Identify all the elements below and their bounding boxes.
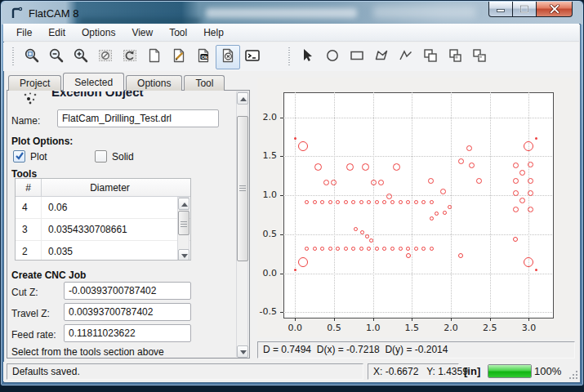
menu-help[interactable]: Help	[195, 25, 232, 40]
cnc-field-input[interactable]	[64, 324, 191, 342]
x-tick	[334, 318, 335, 321]
menu-file[interactable]: File	[8, 25, 40, 40]
gridline	[528, 92, 529, 317]
table-row[interactable]: 30.0354330708661	[16, 219, 190, 241]
zoom-fit-icon	[24, 47, 40, 66]
gridline	[283, 274, 552, 274]
x-tick	[373, 318, 374, 321]
drill-hole	[294, 137, 296, 140]
menu-bar: FileEditOptionsViewToolHelp	[3, 24, 579, 42]
gridline	[283, 118, 552, 118]
menu-view[interactable]: View	[123, 25, 161, 40]
select-tool-button[interactable]	[296, 45, 320, 69]
minimize-button[interactable]	[488, 2, 513, 17]
polygon-tool-button[interactable]	[369, 45, 394, 69]
plot-canvas[interactable]: 0.00.51.01.52.02.53.0-0.50.00.51.01.52.0	[257, 78, 575, 337]
zoom-in-button[interactable]	[69, 45, 93, 69]
menu-tool[interactable]: Tool	[161, 25, 195, 40]
table-row[interactable]: 20.035	[16, 241, 190, 261]
cnc-field-input[interactable]	[64, 282, 191, 300]
tab-options[interactable]: Options	[126, 75, 182, 91]
tool-diameter-cell: 0.06	[42, 197, 178, 218]
clear-plot-button[interactable]	[93, 45, 118, 69]
move-objects-button[interactable]	[443, 45, 467, 69]
gridline	[334, 92, 335, 317]
edit-geometry-button[interactable]	[167, 45, 191, 69]
panel-scrollbar[interactable]	[236, 91, 248, 357]
path-tool-icon	[398, 47, 414, 66]
drill-hole	[513, 207, 519, 212]
drill-hole	[443, 211, 447, 215]
checkbox-label: Solid	[112, 151, 134, 163]
svg-text:Ok: Ok	[202, 55, 209, 60]
menu-edit[interactable]: Edit	[40, 25, 74, 40]
measurement-readout: D = 0.7494 D(x) = -0.7218 D(y) = -0.2014	[257, 341, 575, 359]
drill-hole	[328, 200, 332, 204]
replot-button[interactable]	[118, 45, 142, 69]
drill-hole	[414, 200, 418, 204]
shell-button[interactable]	[240, 45, 265, 69]
plot-options-label: Plot Options:	[11, 136, 73, 147]
new-blank-geometry-button[interactable]	[142, 45, 167, 69]
toolbar-drag-handle[interactable]	[11, 47, 16, 67]
copy-objects-button[interactable]	[418, 45, 443, 69]
title-bar[interactable]: FlatCAM 8	[2, 2, 582, 24]
checkbox-label: Plot	[30, 151, 47, 163]
units-indicator: [in]	[464, 365, 480, 377]
toolbar-drag-handle[interactable]	[288, 47, 292, 67]
table-row[interactable]: 40.06	[16, 197, 190, 219]
selected-object-panel: Excellon Object Name: Plot Options: Plot…	[7, 90, 250, 359]
y-tick	[280, 274, 283, 274]
menu-options[interactable]: Options	[74, 25, 123, 40]
y-tick	[280, 312, 283, 313]
update-geometry-ok-button[interactable]: Ok	[191, 45, 216, 69]
replot-icon	[122, 47, 138, 66]
y-tick-label: 0.0	[252, 268, 277, 278]
y-tick-label: -0.5	[252, 306, 277, 317]
path-tool-button[interactable]	[394, 45, 418, 69]
tool-number-cell: 3	[16, 219, 42, 240]
drill-hole	[331, 180, 337, 185]
gridline	[490, 92, 491, 317]
close-button[interactable]	[536, 2, 573, 17]
tab-tool[interactable]: Tool	[184, 75, 225, 91]
x-tick	[295, 318, 296, 321]
drill-hole	[344, 200, 348, 204]
drill-hole	[346, 163, 354, 171]
duplicate-objects-icon	[471, 47, 488, 66]
drill-hole	[448, 205, 452, 209]
name-input[interactable]	[57, 109, 219, 127]
cursor-coordinates: X: -0.6672 Y: 1.4359	[368, 363, 459, 380]
plot-checkbox[interactable]: Plot	[13, 150, 47, 163]
drill-hole	[513, 163, 519, 168]
y-tick-label: 1.0	[252, 189, 277, 200]
tools-table[interactable]: # Diameter 40.0630.035433070866120.035	[15, 178, 191, 261]
col-header-number: #	[16, 179, 42, 196]
x-tick	[451, 318, 452, 321]
drill-hole	[528, 207, 533, 212]
maximize-button[interactable]	[513, 2, 536, 17]
cancel-edit-icon	[220, 47, 236, 66]
resize-grip[interactable]	[569, 371, 577, 379]
x-tick-label: 1.5	[398, 323, 426, 333]
rectangle-tool-button[interactable]	[345, 45, 369, 69]
y-tick	[280, 234, 283, 235]
gridline	[412, 92, 412, 317]
tab-project[interactable]: Project	[8, 75, 61, 91]
cancel-edit-button[interactable]	[216, 45, 240, 69]
circle-tool-icon	[324, 47, 341, 66]
zoom-fit-button[interactable]	[20, 45, 44, 69]
circle-tool-button[interactable]	[320, 45, 345, 69]
tab-selected[interactable]: Selected	[63, 73, 124, 91]
drill-hole	[440, 189, 446, 194]
solid-checkbox[interactable]: Solid	[95, 150, 134, 163]
axes-frame	[283, 92, 554, 318]
cnc-field-input[interactable]	[64, 303, 191, 321]
checkbox-box	[13, 150, 25, 163]
flatcam-logo-icon	[10, 6, 25, 20]
x-tick-label: 2.0	[437, 323, 465, 333]
table-scrollbar[interactable]	[177, 197, 189, 261]
move-objects-icon	[447, 47, 463, 66]
duplicate-objects-button[interactable]	[467, 45, 492, 69]
zoom-out-button[interactable]	[44, 45, 69, 69]
